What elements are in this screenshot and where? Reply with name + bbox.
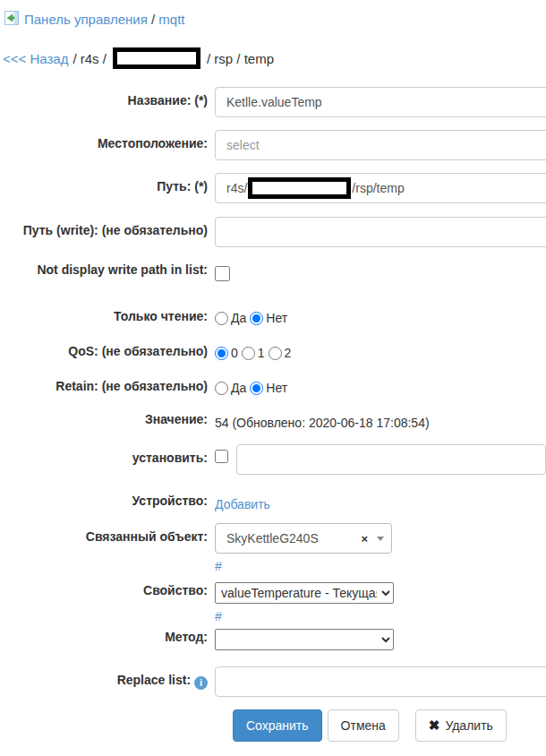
back-link[interactable]: <<< Назад <box>3 51 68 66</box>
read-only-label: Только чтение: <box>3 308 215 324</box>
linked-object-value: SkyKettleG240S <box>226 531 361 546</box>
qos-option-1[interactable]: 1 <box>258 346 265 360</box>
path-label: Путь: (*) <box>3 173 215 194</box>
header: Панель управления / mqtt <box>3 11 546 28</box>
panel-icon <box>4 11 19 28</box>
set-label: установить: <box>3 444 215 466</box>
clear-selection-icon[interactable]: × <box>361 532 368 546</box>
breadcrumb: <<< Назад / r4s / / rsp / temp <box>3 47 546 69</box>
redacted-path-segment <box>248 177 351 199</box>
set-value-input[interactable] <box>236 444 546 475</box>
location-input[interactable] <box>215 130 546 160</box>
value-label: Значение: <box>3 411 215 427</box>
device-label: Устройство: <box>3 493 215 509</box>
header-separator: / <box>151 12 155 27</box>
not-display-label: Not display write path in list: <box>3 262 215 278</box>
redacted-topic-id <box>113 47 200 69</box>
property-label: Свойство: <box>3 582 215 598</box>
read-only-option-yes[interactable]: Да <box>231 311 246 325</box>
read-only-option-no[interactable]: Нет <box>266 311 287 325</box>
name-input[interactable] <box>215 87 546 117</box>
retain-radio-yes[interactable] <box>215 382 228 395</box>
delete-x-icon: ✖ <box>429 717 440 734</box>
method-label: Метод: <box>3 629 215 645</box>
read-only-radio-no[interactable] <box>250 312 263 325</box>
property-select[interactable]: valueTemperature - Текущая <box>215 582 394 604</box>
path-value-suffix: /rsp/temp <box>352 181 404 195</box>
breadcrumb-prefix: / r4s / <box>73 51 107 66</box>
path-value-prefix: r4s/ <box>226 181 247 195</box>
not-display-checkbox[interactable] <box>215 266 230 281</box>
linked-object-hash-link[interactable]: # <box>215 554 546 573</box>
retain-option-yes[interactable]: Да <box>231 381 246 395</box>
save-button[interactable]: Сохранить <box>233 709 322 742</box>
replace-list-input[interactable] <box>215 666 546 697</box>
qos-radio-1[interactable] <box>242 347 255 360</box>
retain-option-no[interactable]: Нет <box>266 381 287 395</box>
delete-button[interactable]: ✖ Удалить <box>415 709 507 742</box>
property-hash-link[interactable]: # <box>215 604 546 623</box>
device-add-link[interactable]: Добавить <box>215 497 270 511</box>
qos-radio-2[interactable] <box>269 347 282 360</box>
mqtt-form: Название: (*) Местоположение: Путь: (*) … <box>3 87 546 742</box>
read-only-radio-yes[interactable] <box>215 312 228 325</box>
mqtt-edit-page: Панель управления / mqtt <<< Назад / r4s… <box>0 0 546 742</box>
location-label: Местоположение: <box>3 130 215 151</box>
breadcrumb-suffix: / rsp / temp <box>207 51 274 66</box>
method-select[interactable] <box>215 629 394 650</box>
linked-object-select[interactable]: SkyKettleG240S × <box>215 523 392 554</box>
current-value-text: 54 (Обновлено: 2020-06-18 17:08:54) <box>215 411 546 430</box>
linked-object-label: Связанный объект: <box>3 523 215 545</box>
qos-option-2[interactable]: 2 <box>285 346 292 360</box>
cancel-button[interactable]: Отмена <box>328 709 399 742</box>
chevron-down-icon[interactable] <box>377 537 384 541</box>
path-write-label: Путь (write): (не обязательно) <box>3 217 215 238</box>
qos-option-0[interactable]: 0 <box>231 346 238 360</box>
name-label: Название: (*) <box>3 87 215 108</box>
path-input[interactable]: r4s/ /rsp/temp <box>215 173 546 203</box>
replace-list-label: Replace list: i <box>3 666 215 690</box>
retain-radio-no[interactable] <box>250 382 263 395</box>
control-panel-link[interactable]: Панель управления <box>24 12 148 27</box>
section-link-mqtt[interactable]: mqtt <box>158 12 184 27</box>
info-icon[interactable]: i <box>194 676 208 690</box>
form-actions: Сохранить Отмена ✖ Удалить <box>3 709 546 742</box>
path-write-input[interactable] <box>215 217 546 247</box>
qos-label: QoS: (не обязательно) <box>3 343 215 359</box>
delete-button-label: Удалить <box>445 718 492 733</box>
set-checkbox[interactable] <box>215 449 228 464</box>
qos-radio-0[interactable] <box>215 347 228 360</box>
retain-label: Retain: (не обязательно) <box>3 378 215 394</box>
